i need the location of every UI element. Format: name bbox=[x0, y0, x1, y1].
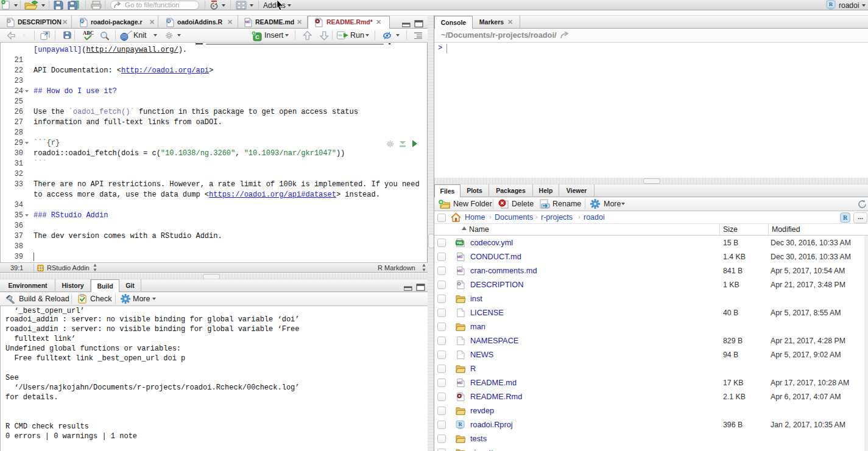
svg-text:R: R bbox=[458, 421, 462, 427]
svg-text:MD: MD bbox=[457, 269, 463, 273]
svg-text:YML: YML bbox=[456, 241, 463, 245]
svg-text:R: R bbox=[843, 214, 848, 221]
svg-text:R: R bbox=[168, 19, 171, 23]
svg-text:MD: MD bbox=[457, 381, 463, 385]
svg-text:R: R bbox=[829, 1, 833, 7]
svg-text:C: C bbox=[255, 33, 259, 40]
svg-text:R: R bbox=[81, 19, 84, 23]
svg-text:MD: MD bbox=[457, 255, 463, 259]
svg-text:MD: MD bbox=[245, 20, 250, 24]
